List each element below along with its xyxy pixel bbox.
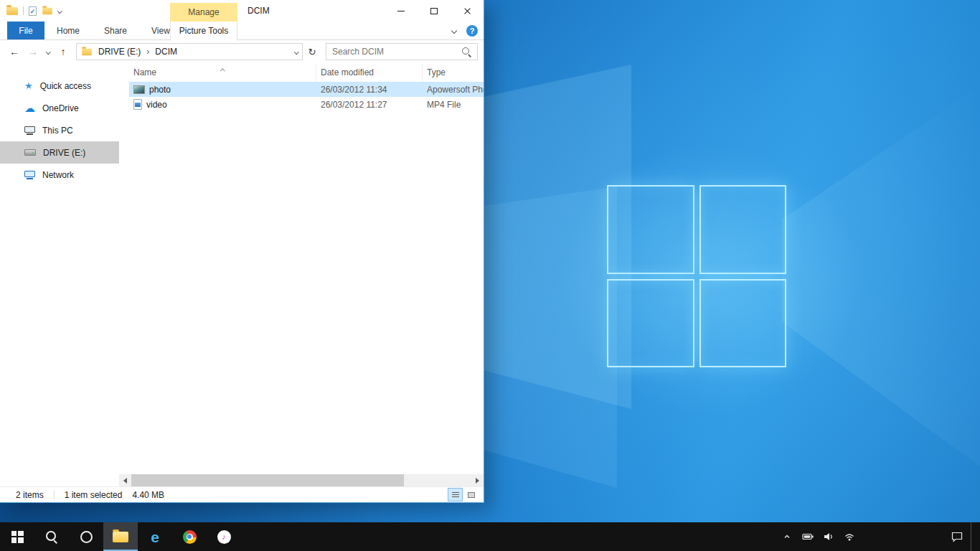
explorer-icon [6, 7, 18, 15]
taskbar-search-button[interactable] [34, 522, 69, 551]
computer-icon [24, 126, 35, 135]
sidebar-item-label: Network [42, 170, 74, 180]
star-icon: ★ [24, 81, 33, 90]
internet-explorer-button[interactable]: e [138, 522, 172, 551]
maximize-icon [430, 8, 438, 14]
cortana-button[interactable] [69, 522, 103, 551]
windows-logo-pane [607, 279, 694, 368]
column-header-type[interactable]: Type [423, 63, 484, 82]
file-type-cell: Apowersoft Pho [423, 85, 484, 95]
file-name-cell: video [129, 99, 316, 110]
video-file-icon [133, 99, 142, 110]
sidebar-item-label: OneDrive [42, 103, 79, 113]
file-row-photo[interactable]: photo 26/03/2012 11:34 Apowersoft Pho [129, 82, 484, 97]
search-box[interactable] [326, 43, 478, 60]
file-name-cell: photo [129, 85, 316, 95]
scrollbar-thumb[interactable] [131, 474, 404, 486]
network-indicator[interactable] [842, 522, 857, 551]
drive-icon [24, 149, 36, 156]
column-header-date-modified[interactable]: Date modified [316, 63, 423, 82]
sidebar-item-drive-e[interactable]: DRIVE (E:) [0, 141, 119, 164]
search-input[interactable] [332, 47, 461, 57]
search-icon [45, 530, 58, 543]
sidebar-item-network[interactable]: Network [0, 164, 119, 186]
file-row-video[interactable]: video 26/03/2012 11:27 MP4 File [129, 97, 484, 112]
toolbar-separator [23, 6, 24, 15]
properties-icon[interactable]: ✓ [29, 6, 37, 16]
volume-indicator[interactable] [821, 522, 836, 551]
chrome-button[interactable] [172, 522, 207, 551]
sidebar-item-quick-access[interactable]: ★ Quick access [0, 75, 119, 97]
breadcrumb-drive[interactable]: DRIVE (E:) [97, 47, 142, 57]
maximize-button[interactable] [418, 0, 451, 22]
forward-button[interactable]: → [24, 43, 42, 60]
minimize-icon [397, 11, 405, 11]
network-icon [24, 171, 35, 179]
selection-info: 1 item selected [65, 490, 123, 500]
windows-logo-pane [699, 185, 787, 274]
photo-file-icon [133, 85, 145, 94]
large-icons-view-button[interactable] [464, 489, 478, 501]
ribbon-right-controls: ? [452, 22, 478, 40]
battery-indicator[interactable] [801, 522, 815, 551]
windows-start-icon [11, 531, 24, 543]
scroll-left-icon[interactable] [119, 474, 131, 486]
sidebar-item-this-pc[interactable]: This PC [0, 119, 119, 141]
minimize-button[interactable] [385, 0, 418, 22]
tab-share[interactable]: Share [92, 22, 139, 39]
sidebar-item-label: Quick access [40, 81, 91, 91]
file-date-cell: 26/03/2012 11:34 [316, 85, 423, 95]
horizontal-scrollbar[interactable] [119, 474, 484, 486]
close-button[interactable] [451, 0, 484, 22]
window-controls [385, 0, 484, 22]
refresh-button[interactable]: ↻ [304, 43, 320, 60]
speaker-icon [823, 531, 834, 542]
search-icon[interactable] [461, 47, 471, 57]
address-dropdown-chevron-icon[interactable] [294, 50, 298, 54]
tab-file[interactable]: File [7, 22, 44, 39]
new-folder-icon[interactable] [42, 7, 52, 14]
action-center-button[interactable] [950, 522, 964, 551]
file-list-pane[interactable]: Name Date modified Type photo 26/03/2012… [119, 63, 484, 486]
tab-picture-tools[interactable]: Picture Tools [170, 22, 237, 40]
battery-icon [802, 531, 814, 542]
address-bar[interactable]: DRIVE (E:) › DCIM [76, 43, 303, 60]
internet-explorer-icon: e [151, 529, 159, 545]
manage-tab-header: Manage [170, 3, 237, 22]
chrome-icon [183, 530, 197, 544]
folder-icon [82, 48, 92, 55]
window-title: DCIM [248, 6, 270, 16]
file-date-cell: 26/03/2012 11:27 [316, 100, 423, 110]
breadcrumb-folder[interactable]: DCIM [154, 47, 179, 57]
contextual-tab-group: Manage Picture Tools [170, 3, 237, 40]
recent-locations-chevron-icon[interactable] [43, 50, 53, 54]
scroll-right-icon[interactable] [471, 474, 484, 486]
windows-logo [607, 185, 786, 367]
title-bar[interactable]: ✓ DCIM [0, 0, 484, 22]
start-button[interactable] [0, 522, 34, 551]
details-view-button[interactable] [448, 489, 462, 501]
customize-toolbar-chevron-icon[interactable] [57, 9, 62, 13]
sidebar-item-label: DRIVE (E:) [43, 148, 85, 158]
large-icons-view-icon [468, 492, 475, 498]
show-desktop-button[interactable] [971, 522, 974, 551]
show-hidden-icons-button[interactable] [780, 522, 794, 551]
back-button[interactable]: ← [6, 43, 23, 60]
file-name: video [146, 100, 167, 110]
quick-access-toolbar: ✓ [0, 6, 62, 16]
items-count: 2 items [16, 490, 44, 500]
file-explorer-taskbar-button[interactable] [103, 522, 138, 551]
help-icon[interactable]: ? [466, 25, 478, 37]
up-button[interactable]: ↑ [55, 43, 72, 60]
explorer-window: ✓ DCIM Manage Picture Tools File Home Sh… [0, 0, 484, 503]
view-toggles [448, 489, 478, 501]
itunes-button[interactable]: ♪ [207, 522, 241, 551]
windows-logo-pane [699, 279, 787, 368]
ribbon-tabs: File Home Share View ? [0, 22, 484, 40]
sidebar-item-onedrive[interactable]: ☁ OneDrive [0, 97, 119, 119]
sort-ascending-icon [221, 65, 225, 75]
status-bar: 2 items 1 item selected 4.40 MB [0, 486, 484, 502]
explorer-main: ★ Quick access ☁ OneDrive This PC DRIVE … [0, 63, 484, 486]
expand-ribbon-chevron-icon[interactable] [451, 28, 457, 34]
tab-home[interactable]: Home [44, 22, 92, 39]
